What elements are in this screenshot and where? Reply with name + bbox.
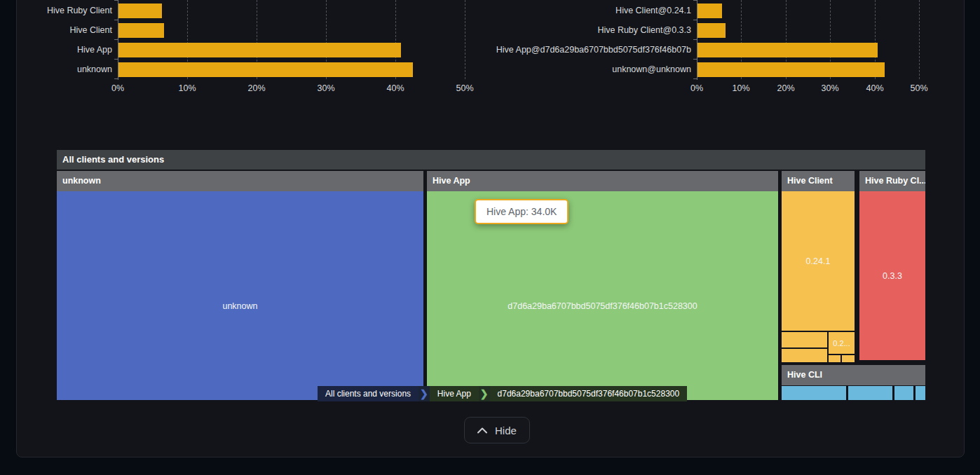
category-label: Hive Client@0.24.1 — [421, 5, 691, 16]
treemap-section-header-hive-client[interactable]: Hive Client — [782, 171, 855, 191]
hide-button-label: Hide — [495, 425, 517, 436]
x-tick: 10% — [166, 83, 208, 93]
breadcrumb-item-root[interactable]: All clients and versions — [318, 386, 418, 401]
treemap-clients-versions: All clients and versions unknown unknown… — [57, 150, 925, 400]
treemap-cell-label: 0.2... — [833, 339, 850, 347]
bar-unknown-unknown[interactable] — [697, 62, 885, 77]
treemap-section-header-hive-cli[interactable]: Hive CLI — [782, 365, 925, 385]
bar-hive-app-hash[interactable] — [697, 43, 878, 57]
bar-hive-app[interactable] — [118, 43, 401, 57]
x-tick: 30% — [809, 83, 851, 93]
treemap-cell-unknown[interactable]: unknown — [57, 191, 423, 400]
treemap-cell-hive-client-minor[interactable] — [782, 332, 827, 347]
treemap-root-header[interactable]: All clients and versions — [57, 150, 925, 170]
category-label: Hive Client — [7, 25, 112, 36]
category-label: unknown — [7, 64, 112, 75]
treemap-cell-label: 0.24.1 — [806, 256, 831, 266]
treemap-cell-label: 0. — [900, 399, 907, 400]
dashboard-page: Hive Ruby Client Hive Client Hive App un… — [0, 0, 980, 475]
treemap-cell-hive-cli-0x[interactable]: 0. — [894, 386, 913, 400]
treemap-cell-hive-client-0241[interactable]: 0.24.1 — [782, 191, 855, 331]
treemap-cell-hive-client-02x[interactable]: 0.2... — [829, 332, 855, 354]
treemap-section-header-hive-app[interactable]: Hive App — [427, 171, 778, 191]
breadcrumb-chevron-icon: ❯ — [479, 386, 490, 401]
chart-tooltip: Hive App: 34.0K — [475, 199, 569, 224]
treemap-cell-hive-client-minor[interactable] — [829, 355, 841, 362]
x-tick: 10% — [720, 83, 762, 93]
x-tick: 40% — [374, 83, 416, 93]
bar-unknown[interactable] — [118, 62, 413, 77]
breadcrumb-chevron-icon: ❯ — [418, 386, 430, 401]
x-tick: 50% — [898, 83, 940, 93]
treemap-cell-hive-ruby-033[interactable]: 0.3.3 — [859, 191, 925, 360]
bar-hive-ruby-client[interactable] — [118, 4, 162, 18]
treemap-cell-label: 0.23.0 — [802, 399, 826, 400]
bar-hive-ruby-033[interactable] — [697, 23, 726, 38]
x-tick: 40% — [854, 83, 896, 93]
treemap-section-header-unknown[interactable]: unknown — [57, 171, 423, 191]
x-tick: 30% — [305, 83, 347, 93]
bar-hive-client[interactable] — [118, 23, 164, 38]
chevron-up-icon — [477, 427, 487, 434]
treemap-cell-hive-cli-0230a[interactable]: 0.23.0 — [782, 386, 846, 400]
x-tick: 0% — [676, 83, 718, 93]
treemap-cell-hive-cli-0230b[interactable]: 0.23.0 — [848, 386, 892, 400]
treemap-cell-label: unknown — [222, 301, 257, 311]
category-label: unknown@unknown — [421, 64, 691, 75]
category-label: Hive Ruby Client@0.3.3 — [421, 25, 691, 36]
treemap-cell-hive-cli-minor[interactable] — [916, 386, 925, 400]
gridline — [919, 0, 920, 79]
treemap-cell-label: 0.23.0 — [858, 399, 883, 400]
category-label: Hive Ruby Client — [7, 5, 112, 16]
breadcrumb-item-hive-app[interactable]: Hive App — [430, 386, 479, 401]
treemap-cell-label: 0.3.3 — [883, 271, 902, 281]
hide-button[interactable]: Hide — [464, 417, 530, 443]
bar-hive-client-0241[interactable] — [697, 4, 722, 18]
treemap-section-header-hive-ruby-client[interactable]: Hive Ruby Cl... — [859, 171, 925, 191]
treemap-cell-hive-client-minor[interactable] — [842, 355, 855, 362]
x-tick: 20% — [765, 83, 807, 93]
treemap-cell-label: d7d6a29ba6707bbd5075df376f46b07b1c528300 — [508, 301, 697, 311]
treemap-cell-hive-client-minor[interactable] — [782, 349, 827, 362]
x-tick: 20% — [236, 83, 278, 93]
treemap-breadcrumb: All clients and versions ❯ Hive App ❯ d7… — [318, 386, 687, 401]
category-label: Hive App@d7d6a29ba6707bbd5075df376f46b07… — [421, 44, 691, 55]
category-label: Hive App — [7, 44, 112, 55]
x-tick: 50% — [444, 83, 486, 93]
x-tick: 0% — [97, 83, 139, 93]
breadcrumb-item-hash[interactable]: d7d6a29ba6707bbd5075df376f46b07b1c528300 — [490, 386, 688, 401]
